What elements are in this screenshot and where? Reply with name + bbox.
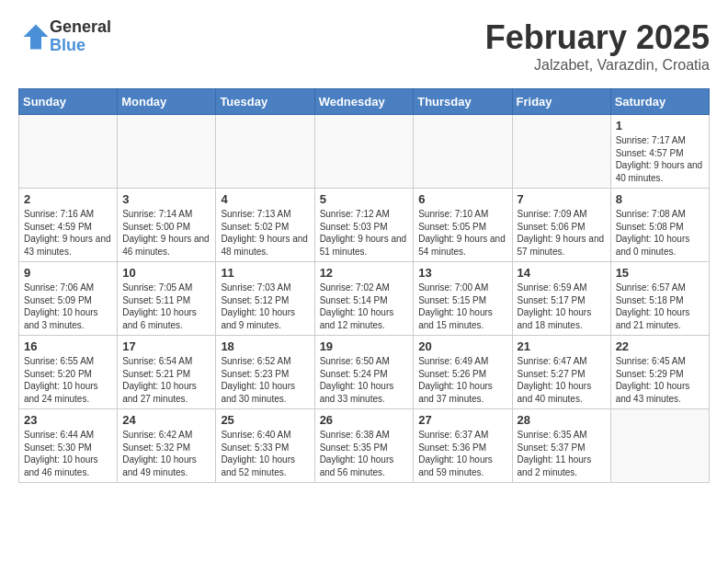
day-info: Sunrise: 6:42 AM Sunset: 5:32 PM Dayligh… xyxy=(122,429,210,478)
weekday-header: Saturday xyxy=(610,89,709,115)
calendar-cell: 20Sunrise: 6:49 AM Sunset: 5:26 PM Dayli… xyxy=(414,336,512,409)
day-info: Sunrise: 6:37 AM Sunset: 5:36 PM Dayligh… xyxy=(418,429,506,478)
day-info: Sunrise: 7:02 AM Sunset: 5:14 PM Dayligh… xyxy=(320,282,409,331)
page-header: General Blue February 2025 Jalzabet, Var… xyxy=(18,18,710,81)
day-info: Sunrise: 7:06 AM Sunset: 5:09 PM Dayligh… xyxy=(24,282,112,331)
month-title: February 2025 xyxy=(485,18,710,57)
calendar-week-row: 23Sunrise: 6:44 AM Sunset: 5:30 PM Dayli… xyxy=(19,409,710,483)
calendar-cell: 25Sunrise: 6:40 AM Sunset: 5:33 PM Dayli… xyxy=(216,409,314,483)
calendar-cell: 6Sunrise: 7:10 AM Sunset: 5:05 PM Daylig… xyxy=(414,189,512,262)
day-number: 25 xyxy=(221,413,309,427)
calendar-cell: 15Sunrise: 6:57 AM Sunset: 5:18 PM Dayli… xyxy=(610,262,709,336)
day-number: 24 xyxy=(122,413,210,427)
day-number: 17 xyxy=(122,339,210,353)
logo: General Blue xyxy=(18,18,111,55)
calendar-cell xyxy=(118,115,216,189)
calendar-cell: 9Sunrise: 7:06 AM Sunset: 5:09 PM Daylig… xyxy=(19,262,118,336)
calendar-cell: 23Sunrise: 6:44 AM Sunset: 5:30 PM Dayli… xyxy=(19,409,118,483)
calendar-cell xyxy=(19,115,118,189)
day-number: 7 xyxy=(518,192,606,206)
calendar-cell: 17Sunrise: 6:54 AM Sunset: 5:21 PM Dayli… xyxy=(118,336,216,409)
day-number: 11 xyxy=(221,266,309,280)
day-number: 14 xyxy=(518,266,606,280)
day-info: Sunrise: 6:55 AM Sunset: 5:20 PM Dayligh… xyxy=(24,355,112,405)
day-info: Sunrise: 6:40 AM Sunset: 5:33 PM Dayligh… xyxy=(221,429,309,478)
day-info: Sunrise: 6:47 AM Sunset: 5:27 PM Dayligh… xyxy=(518,355,606,405)
day-info: Sunrise: 6:44 AM Sunset: 5:30 PM Dayligh… xyxy=(24,429,112,478)
day-number: 9 xyxy=(24,266,112,280)
day-number: 23 xyxy=(24,413,112,427)
title-area: February 2025 Jalzabet, Varazdin, Croati… xyxy=(485,18,710,74)
location-title: Jalzabet, Varazdin, Croatia xyxy=(485,57,710,74)
calendar-cell: 7Sunrise: 7:09 AM Sunset: 5:06 PM Daylig… xyxy=(512,189,610,262)
day-number: 22 xyxy=(616,339,704,353)
day-info: Sunrise: 7:14 AM Sunset: 5:00 PM Dayligh… xyxy=(122,208,210,258)
calendar-cell xyxy=(216,115,314,189)
calendar-cell: 18Sunrise: 6:52 AM Sunset: 5:23 PM Dayli… xyxy=(216,336,314,409)
weekday-header-row: SundayMondayTuesdayWednesdayThursdayFrid… xyxy=(19,89,710,115)
calendar-cell xyxy=(512,115,610,189)
calendar-cell: 14Sunrise: 6:59 AM Sunset: 5:17 PM Dayli… xyxy=(512,262,610,336)
calendar-cell: 5Sunrise: 7:12 AM Sunset: 5:03 PM Daylig… xyxy=(314,189,414,262)
day-info: Sunrise: 6:35 AM Sunset: 5:37 PM Dayligh… xyxy=(518,429,606,478)
day-info: Sunrise: 6:57 AM Sunset: 5:18 PM Dayligh… xyxy=(616,282,704,331)
day-number: 19 xyxy=(320,339,409,353)
day-number: 21 xyxy=(518,339,606,353)
calendar-week-row: 9Sunrise: 7:06 AM Sunset: 5:09 PM Daylig… xyxy=(19,262,710,336)
calendar-cell: 26Sunrise: 6:38 AM Sunset: 5:35 PM Dayli… xyxy=(314,409,414,483)
day-info: Sunrise: 6:50 AM Sunset: 5:24 PM Dayligh… xyxy=(320,355,409,405)
day-info: Sunrise: 7:17 AM Sunset: 4:57 PM Dayligh… xyxy=(616,134,704,184)
calendar-cell: 3Sunrise: 7:14 AM Sunset: 5:00 PM Daylig… xyxy=(118,189,216,262)
day-info: Sunrise: 6:49 AM Sunset: 5:26 PM Dayligh… xyxy=(418,355,506,405)
calendar-cell: 22Sunrise: 6:45 AM Sunset: 5:29 PM Dayli… xyxy=(610,336,709,409)
day-number: 18 xyxy=(221,339,309,353)
day-info: Sunrise: 6:52 AM Sunset: 5:23 PM Dayligh… xyxy=(221,355,309,405)
calendar-cell: 12Sunrise: 7:02 AM Sunset: 5:14 PM Dayli… xyxy=(314,262,414,336)
day-number: 2 xyxy=(24,192,112,206)
day-number: 20 xyxy=(418,339,506,353)
logo-general: General xyxy=(50,18,111,37)
logo-icon xyxy=(22,23,50,51)
day-info: Sunrise: 7:05 AM Sunset: 5:11 PM Dayligh… xyxy=(122,282,210,331)
logo-blue: Blue xyxy=(50,37,111,55)
day-info: Sunrise: 7:10 AM Sunset: 5:05 PM Dayligh… xyxy=(418,208,506,258)
day-info: Sunrise: 7:13 AM Sunset: 5:02 PM Dayligh… xyxy=(221,208,309,258)
day-number: 6 xyxy=(418,192,506,206)
calendar-cell xyxy=(414,115,512,189)
day-number: 15 xyxy=(616,266,704,280)
calendar-cell xyxy=(610,409,709,483)
day-number: 26 xyxy=(320,413,409,427)
day-number: 8 xyxy=(616,192,704,206)
day-number: 10 xyxy=(122,266,210,280)
day-info: Sunrise: 7:09 AM Sunset: 5:06 PM Dayligh… xyxy=(518,208,606,258)
weekday-header: Sunday xyxy=(19,89,118,115)
day-info: Sunrise: 6:59 AM Sunset: 5:17 PM Dayligh… xyxy=(518,282,606,331)
svg-marker-0 xyxy=(24,24,49,49)
day-number: 27 xyxy=(418,413,506,427)
calendar-cell xyxy=(314,115,414,189)
calendar-cell: 19Sunrise: 6:50 AM Sunset: 5:24 PM Dayli… xyxy=(314,336,414,409)
day-info: Sunrise: 7:16 AM Sunset: 4:59 PM Dayligh… xyxy=(24,208,112,258)
weekday-header: Monday xyxy=(118,89,216,115)
day-info: Sunrise: 7:00 AM Sunset: 5:15 PM Dayligh… xyxy=(418,282,506,331)
calendar-table: SundayMondayTuesdayWednesdayThursdayFrid… xyxy=(18,88,710,483)
calendar-cell: 16Sunrise: 6:55 AM Sunset: 5:20 PM Dayli… xyxy=(19,336,118,409)
day-number: 12 xyxy=(320,266,409,280)
calendar-week-row: 16Sunrise: 6:55 AM Sunset: 5:20 PM Dayli… xyxy=(19,336,710,409)
calendar-cell: 1Sunrise: 7:17 AM Sunset: 4:57 PM Daylig… xyxy=(610,115,709,189)
calendar-cell: 28Sunrise: 6:35 AM Sunset: 5:37 PM Dayli… xyxy=(512,409,610,483)
day-number: 16 xyxy=(24,339,112,353)
day-info: Sunrise: 6:45 AM Sunset: 5:29 PM Dayligh… xyxy=(616,355,704,405)
day-number: 28 xyxy=(518,413,606,427)
day-info: Sunrise: 6:54 AM Sunset: 5:21 PM Dayligh… xyxy=(122,355,210,405)
calendar-cell: 13Sunrise: 7:00 AM Sunset: 5:15 PM Dayli… xyxy=(414,262,512,336)
weekday-header: Wednesday xyxy=(314,89,414,115)
day-info: Sunrise: 7:03 AM Sunset: 5:12 PM Dayligh… xyxy=(221,282,309,331)
day-number: 4 xyxy=(221,192,309,206)
calendar-week-row: 1Sunrise: 7:17 AM Sunset: 4:57 PM Daylig… xyxy=(19,115,710,189)
weekday-header: Friday xyxy=(512,89,610,115)
calendar-cell: 11Sunrise: 7:03 AM Sunset: 5:12 PM Dayli… xyxy=(216,262,314,336)
calendar-cell: 24Sunrise: 6:42 AM Sunset: 5:32 PM Dayli… xyxy=(118,409,216,483)
calendar-cell: 2Sunrise: 7:16 AM Sunset: 4:59 PM Daylig… xyxy=(19,189,118,262)
day-number: 5 xyxy=(320,192,409,206)
